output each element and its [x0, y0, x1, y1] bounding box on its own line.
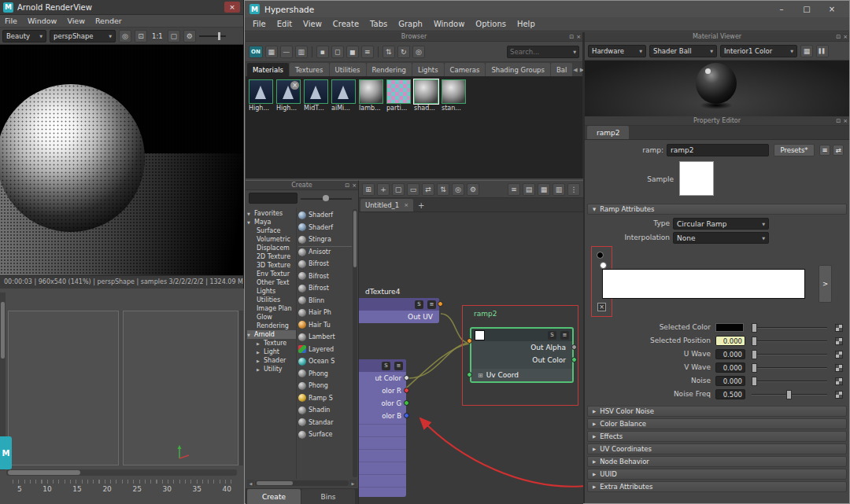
create-filter-input[interactable] [249, 193, 298, 204]
node-row-color-b[interactable]: olor B [359, 410, 406, 422]
layout-full-icon[interactable]: ▦ [538, 183, 550, 196]
section-color-balance[interactable]: ▶Color Balance [587, 418, 847, 429]
tab-textures[interactable]: Textures [290, 63, 329, 76]
tab-bins[interactable]: Bins [301, 489, 355, 504]
selected-position-field[interactable]: 0.000 [715, 336, 745, 346]
node-row-out-alpha[interactable]: Out Alpha [471, 341, 572, 354]
menu-tabs[interactable]: Tabs [370, 20, 387, 28]
category-other-textures[interactable]: Other Text [247, 278, 296, 287]
node-type-item[interactable]: Lambert [298, 331, 352, 344]
map-texture-icon[interactable] [835, 351, 843, 359]
arnold-menu-render[interactable]: Render [95, 17, 122, 25]
node-type-item[interactable]: Ramp S [298, 392, 352, 405]
swap-connections-icon[interactable]: ⇄ [422, 183, 434, 196]
input-output-connections-icon[interactable]: ⊞ [362, 183, 375, 196]
category-image-planes[interactable]: Image Plan [247, 304, 296, 313]
tab-shading-groups[interactable]: Shading Groups [486, 63, 550, 76]
menu-create[interactable]: Create [333, 20, 359, 28]
category-displacement[interactable]: Displacem [247, 244, 296, 252]
exposure-slider[interactable] [199, 31, 226, 42]
tab-untitled-1[interactable]: Untitled_1 × [360, 199, 413, 212]
category-arnold-texture[interactable]: ▶Texture [247, 339, 296, 348]
material-swatch[interactable] [249, 79, 273, 104]
uv-input-port[interactable] [467, 338, 472, 344]
node-row-out-color[interactable]: Out Color [471, 354, 572, 366]
collapse-icon[interactable]: — [280, 46, 293, 58]
ramp-marker-delete[interactable]: × [597, 303, 606, 311]
map-texture-icon[interactable] [835, 324, 843, 332]
category-utilities[interactable]: Utilities [247, 296, 296, 304]
node-type-item[interactable]: Phong [298, 368, 352, 381]
node-graph-canvas[interactable]: dTexture4 S ≡ Out UV ramp2 S ≡ [359, 212, 583, 504]
menu-help[interactable]: Help [517, 20, 535, 28]
section-node-behavior[interactable]: ▶Node Behavior [587, 456, 847, 467]
tab-close-icon[interactable]: × [404, 202, 408, 208]
interpolation-dropdown[interactable]: None▼ [673, 232, 769, 244]
material-swatch[interactable] [304, 79, 328, 104]
node-type-item[interactable]: Shaderf [298, 222, 352, 234]
snapshot-icon[interactable]: ▦ [800, 45, 813, 57]
tab-cameras[interactable]: Cameras [445, 63, 486, 76]
material-swatch[interactable] [442, 79, 466, 104]
close-button[interactable]: × [819, 1, 844, 17]
v-wave-slider[interactable] [752, 363, 827, 373]
small-swatch-icon[interactable]: ▪ [316, 46, 329, 58]
close-icon[interactable]: × [843, 118, 848, 124]
ramp-expand-button[interactable]: > [819, 265, 832, 303]
time-slider[interactable]: 5 10 15 20 25 30 35 40 [9, 480, 239, 498]
menu-edit[interactable]: Edit [277, 20, 292, 28]
ramp-node-title[interactable]: ramp2 [474, 310, 497, 318]
ramp-name-field[interactable]: ramp2 [667, 144, 769, 156]
category-maya[interactable]: ▼Maya [247, 218, 296, 226]
category-surface[interactable]: Surface [247, 226, 296, 235]
category-arnold[interactable]: ▼Arnold [247, 330, 296, 339]
map-texture-icon[interactable] [835, 364, 843, 372]
layout-simple-icon[interactable]: ≡ [508, 183, 520, 196]
node-type-item[interactable]: Standar [298, 417, 352, 429]
node-row-out-color[interactable]: ut Color [359, 372, 406, 384]
swatch-badge-icon[interactable]: S [548, 331, 556, 340]
v-wave-field[interactable]: 0.000 [715, 362, 745, 373]
maya-logo[interactable]: M [0, 436, 12, 469]
node-type-item[interactable]: Bifrost [298, 258, 352, 270]
filter-icon[interactable]: ◎ [412, 46, 425, 58]
swatch-badge-icon[interactable]: S [382, 362, 390, 370]
color-r-port[interactable] [404, 388, 409, 393]
node-type-item[interactable]: Stingra [298, 234, 352, 246]
tab-utilities[interactable]: Utilities [330, 63, 366, 76]
section-uv-coordinates[interactable]: ▶UV Coordinates [587, 443, 847, 454]
close-icon[interactable]: × [843, 34, 848, 40]
ramp-gradient-strip[interactable] [602, 269, 805, 299]
maximize-button[interactable]: □ [794, 1, 819, 17]
category-env-textures[interactable]: Env Textur [247, 270, 296, 278]
render-viewport[interactable] [0, 45, 243, 275]
tab-rendering[interactable]: Rendering [367, 63, 412, 76]
node-row-color-r[interactable]: olor R [359, 384, 406, 397]
medium-swatch-icon[interactable]: ◻ [331, 46, 344, 58]
menu-file[interactable]: File [253, 20, 266, 28]
minimize-button[interactable]: – [769, 1, 794, 17]
expand-icon[interactable]: ⊞ [478, 372, 483, 379]
category-favorites[interactable]: ▼Favorites [247, 209, 296, 218]
sample-swatch[interactable] [679, 161, 714, 196]
ramp-marker-black[interactable] [597, 252, 604, 259]
gear-icon[interactable]: ⚙ [467, 183, 479, 196]
close-icon[interactable]: × [352, 182, 357, 189]
out-color-port[interactable] [404, 375, 409, 381]
node-row-out-uv[interactable]: Out UV [359, 311, 439, 323]
menu-graph[interactable]: Graph [398, 20, 423, 28]
render-target-icon[interactable]: ◎ [119, 30, 131, 42]
section-extra-attributes[interactable]: ▶Extra Attributes [587, 481, 847, 492]
uv-coord-port[interactable] [467, 372, 472, 377]
list-view-icon[interactable]: ≡ [361, 46, 374, 58]
material-preview-viewport[interactable] [585, 61, 849, 116]
category-arnold-shader[interactable]: ▶Shader [247, 356, 296, 365]
arnold-menu-file[interactable]: File [5, 17, 17, 25]
dock-icon[interactable]: ⊡ [836, 118, 841, 124]
tab-ramp2[interactable]: ramp2 [587, 126, 629, 139]
menu-view[interactable]: View [303, 20, 322, 28]
bars-icon[interactable]: ≡ [394, 362, 403, 370]
out-uv-port[interactable] [438, 301, 443, 307]
noise-field[interactable]: 0.000 [715, 376, 745, 386]
place2d-texture-node[interactable]: S ≡ Out UV [359, 298, 439, 323]
